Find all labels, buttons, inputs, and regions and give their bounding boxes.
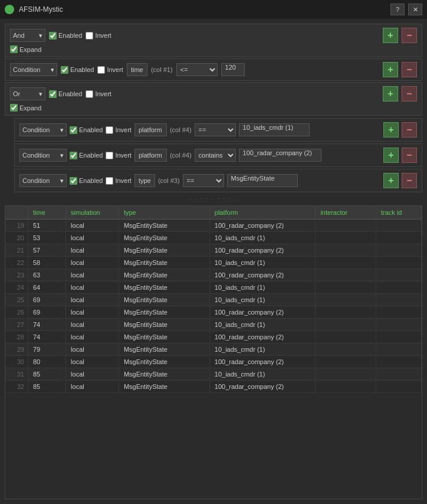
sub-condition-1: Condition ▾ Enabled Invert platform (col… — [14, 118, 422, 142]
cell-trackid — [376, 220, 421, 232]
sub1-type-combo[interactable]: Condition ▾ — [19, 123, 67, 136]
top-enabled-check[interactable]: Enabled — [49, 32, 82, 40]
cell-trackid — [376, 282, 421, 294]
sub3-invert[interactable]: Invert — [106, 177, 132, 185]
sub1-operator[interactable]: == != contains <= >= — [195, 123, 236, 136]
cell-trackid — [376, 356, 421, 368]
cell-time: 64 — [28, 282, 65, 294]
condition-time-invert[interactable]: Invert — [97, 66, 123, 74]
cell-interactor — [316, 381, 376, 393]
top-logic-combo[interactable]: And ▾ — [10, 29, 45, 42]
cell-rownum: 31 — [5, 368, 28, 381]
table-row[interactable]: 28 74 local MsgEntityState 100_radar_com… — [5, 331, 422, 343]
table-row[interactable]: 27 74 local MsgEntityState 10_iads_cmdr … — [5, 319, 422, 331]
table-row[interactable]: 25 69 local MsgEntityState 10_iads_cmdr … — [5, 294, 422, 306]
cell-simulation: local — [66, 244, 119, 257]
or-expand-check[interactable]: Expand — [10, 104, 41, 112]
sub3-add[interactable]: + — [383, 173, 399, 188]
table-row[interactable]: 29 79 local MsgEntityState 10_iads_cmdr … — [5, 343, 422, 356]
cell-simulation: local — [66, 220, 119, 232]
col-header-interactor[interactable]: interactor — [316, 206, 376, 220]
sub2-field: platform — [134, 149, 167, 162]
or-enabled-check[interactable]: Enabled — [49, 90, 82, 98]
cell-interactor — [316, 257, 376, 269]
condition-time-add[interactable]: + — [383, 62, 398, 77]
table-row[interactable]: 22 58 local MsgEntityState 10_iads_cmdr … — [5, 257, 422, 269]
sub2-enabled[interactable]: Enabled — [70, 152, 103, 159]
or-logic-combo[interactable]: Or ▾ — [10, 87, 45, 100]
table-row[interactable]: 24 64 local MsgEntityState 10_iads_cmdr … — [5, 282, 422, 294]
sub2-add[interactable]: + — [383, 148, 399, 163]
top-expand-check[interactable]: Expand — [10, 45, 41, 53]
or-add-button[interactable]: + — [383, 86, 398, 102]
table-row[interactable]: 23 63 local MsgEntityState 100_radar_com… — [5, 269, 422, 282]
condition-time-remove[interactable]: − — [402, 62, 417, 77]
sub2-type-combo[interactable]: Condition ▾ — [19, 149, 67, 162]
sub2-remove[interactable]: − — [402, 148, 417, 163]
table-wrapper[interactable]: time simulation type platform interactor… — [5, 205, 422, 499]
cell-platform: 100_radar_company (2) — [209, 381, 316, 393]
sub1-invert[interactable]: Invert — [106, 126, 132, 134]
cell-time: 58 — [28, 257, 65, 269]
condition-time-enabled[interactable]: Enabled — [61, 66, 94, 74]
sub3-remove[interactable]: − — [402, 173, 417, 188]
close-button[interactable]: ✕ — [408, 4, 422, 15]
top-add-button[interactable]: + — [383, 28, 398, 43]
sub1-remove[interactable]: − — [402, 122, 417, 138]
cell-type: MsgEntityState — [119, 368, 209, 381]
cell-time: 85 — [28, 381, 65, 393]
cell-platform: 100_radar_company (2) — [209, 331, 316, 343]
cell-simulation: local — [66, 356, 119, 368]
or-filter-section: Or ▾ Enabled Invert + − Expand — [5, 82, 422, 116]
cell-simulation: local — [66, 368, 119, 381]
col-header-platform[interactable]: platform — [209, 206, 316, 220]
col-header-time[interactable]: time — [28, 206, 65, 220]
top-invert-check[interactable]: Invert — [86, 32, 111, 40]
cell-interactor — [316, 294, 376, 306]
cell-interactor — [316, 368, 376, 381]
help-button[interactable]: ? — [390, 4, 405, 15]
or-remove-button[interactable]: − — [402, 86, 417, 102]
cell-platform: 10_iads_cmdr (1) — [209, 368, 316, 381]
data-table: time simulation type platform interactor… — [5, 206, 422, 393]
sub1-enabled[interactable]: Enabled — [70, 126, 103, 134]
sub2-invert[interactable]: Invert — [106, 152, 132, 159]
or-invert-check[interactable]: Invert — [86, 90, 111, 98]
table-row[interactable]: 19 51 local MsgEntityState 100_radar_com… — [5, 220, 422, 232]
cell-type: MsgEntityState — [119, 319, 209, 331]
top-filter-row: And ▾ Enabled Invert + − — [10, 28, 417, 43]
cell-simulation: local — [66, 319, 119, 331]
cell-trackid — [376, 319, 421, 331]
condition-time-type-combo[interactable]: Condition ▾ — [10, 63, 57, 76]
sub1-col: (col #4) — [170, 126, 192, 133]
col-header-trackid[interactable]: track id — [376, 206, 421, 220]
cell-platform: 10_iads_cmdr (1) — [209, 232, 316, 244]
cell-type: MsgEntityState — [119, 306, 209, 319]
cell-rownum: 23 — [5, 269, 28, 282]
sub3-operator[interactable]: == != contains <= >= — [183, 174, 224, 187]
condition-time-operator[interactable]: <= < == >= > != contains — [176, 63, 218, 76]
col-header-simulation[interactable]: simulation — [66, 206, 119, 220]
cell-trackid — [376, 306, 421, 319]
sub2-operator[interactable]: contains == != <= >= — [195, 149, 236, 162]
cell-type: MsgEntityState — [119, 294, 209, 306]
condition-time-field: time — [127, 63, 147, 76]
table-row[interactable]: 31 85 local MsgEntityState 10_iads_cmdr … — [5, 368, 422, 381]
top-remove-button[interactable]: − — [402, 28, 417, 43]
col-header-type[interactable]: type — [119, 206, 209, 220]
table-row[interactable]: 20 53 local MsgEntityState 10_iads_cmdr … — [5, 232, 422, 244]
cell-platform: 10_iads_cmdr (1) — [209, 257, 316, 269]
table-row[interactable]: 30 80 local MsgEntityState 100_radar_com… — [5, 356, 422, 368]
sub1-field: platform — [134, 123, 167, 136]
sub3-enabled[interactable]: Enabled — [70, 177, 103, 185]
cell-rownum: 19 — [5, 220, 28, 232]
cell-type: MsgEntityState — [119, 282, 209, 294]
sub1-add[interactable]: + — [383, 122, 399, 138]
table-row[interactable]: 32 85 local MsgEntityState 100_radar_com… — [5, 381, 422, 393]
sub3-type-combo[interactable]: Condition ▾ — [19, 174, 67, 187]
cell-rownum: 30 — [5, 356, 28, 368]
table-row[interactable]: 26 69 local MsgEntityState 100_radar_com… — [5, 306, 422, 319]
cell-platform: 10_iads_cmdr (1) — [209, 282, 316, 294]
condition-time-row: Condition ▾ Enabled Invert time (col #1)… — [5, 58, 422, 81]
table-row[interactable]: 21 57 local MsgEntityState 100_radar_com… — [5, 244, 422, 257]
